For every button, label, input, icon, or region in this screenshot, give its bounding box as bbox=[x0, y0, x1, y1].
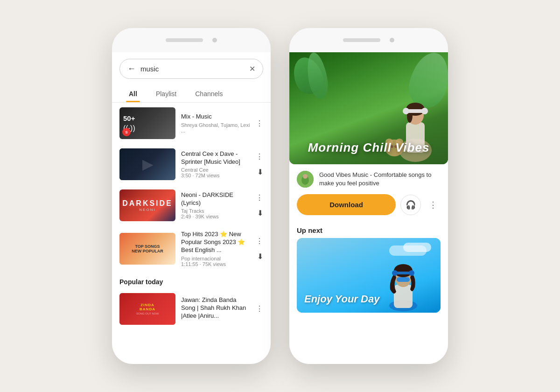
result-actions-mix: ⋮ bbox=[256, 119, 263, 128]
result-item-central[interactable]: ▶ Central Cee x Dave - Sprinter [Music V… bbox=[112, 144, 271, 185]
popular-today-label: Popular today bbox=[112, 272, 271, 288]
svg-point-19 bbox=[394, 264, 413, 277]
channel-row: Good Vibes Music - Comfortable songs to … bbox=[289, 164, 448, 194]
left-phone-top-bar bbox=[112, 28, 271, 52]
more-icon: ⋮ bbox=[429, 200, 437, 210]
download-button[interactable]: Download bbox=[297, 194, 396, 215]
svg-point-23 bbox=[392, 270, 398, 276]
result-item-zinda[interactable]: ZINDABANDA SONG OUT NOW Jawan: Zinda Ban… bbox=[112, 288, 271, 329]
right-phone-top-bar bbox=[289, 28, 448, 52]
next-track-title: Enjoy Your Day bbox=[304, 293, 379, 305]
result-sub-central: Central Cee bbox=[181, 167, 250, 173]
result-actions-tophits: ⋮ ⬇ bbox=[256, 237, 263, 261]
svg-point-6 bbox=[403, 108, 409, 114]
result-item-darkside[interactable]: DARKSIDE NEONI Neoni - DARKSIDE (Lyrics)… bbox=[112, 185, 271, 226]
tab-playlist[interactable]: Playlist bbox=[147, 85, 186, 102]
dots-icon-zinda[interactable]: ⋮ bbox=[256, 304, 263, 313]
result-actions-central: ⋮ ⬇ bbox=[256, 152, 263, 176]
back-icon[interactable]: ← bbox=[127, 64, 136, 74]
channel-avatar bbox=[297, 171, 314, 188]
headphone-icon: 🎧 bbox=[406, 200, 416, 210]
mix-count: 50+ bbox=[123, 114, 135, 122]
svg-point-7 bbox=[421, 108, 428, 114]
result-actions-zinda: ⋮ bbox=[256, 304, 263, 313]
right-phone-content: Morning Chill Vibes Good Vibes Music - C… bbox=[289, 52, 448, 364]
result-meta-darkside: 2:49 · 39K views bbox=[181, 214, 250, 219]
tab-channels[interactable]: Channels bbox=[186, 85, 232, 102]
result-sub-mix: Shreya Ghoshal, Tujamo, Lexi ... bbox=[181, 122, 250, 133]
result-title-zinda: Jawan: Zinda Banda Song | Shah Rukh Khan… bbox=[181, 296, 250, 320]
search-query[interactable]: music bbox=[140, 65, 245, 73]
thumb-darkside: DARKSIDE NEONI bbox=[119, 189, 175, 221]
clear-icon[interactable]: ✕ bbox=[249, 64, 255, 73]
left-phone: ← music ✕ All Playlist Channels 50+ ((·)… bbox=[112, 28, 271, 364]
download-icon-darkside[interactable]: ⬇ bbox=[257, 209, 263, 217]
svg-point-15 bbox=[303, 174, 308, 179]
result-title-darkside: Neoni - DARKSIDE (Lyrics) bbox=[181, 191, 250, 207]
mix-spinnin-icon: S bbox=[122, 128, 131, 136]
thumb-mix: 50+ ((·)) S bbox=[119, 107, 175, 139]
results-list: 50+ ((·)) S Mix - Music Shreya Ghoshal, … bbox=[112, 103, 271, 354]
thumb-tophits: TOP SONGSNEW POPULAR bbox=[119, 233, 175, 265]
result-info-central: Central Cee x Dave - Sprinter [Music Vid… bbox=[181, 150, 250, 179]
tabs-row: All Playlist Channels bbox=[112, 85, 271, 103]
right-phone-camera bbox=[390, 38, 394, 42]
result-info-darkside: Neoni - DARKSIDE (Lyrics) Taj Tracks 2:4… bbox=[181, 191, 250, 220]
result-item-tophits[interactable]: TOP SONGSNEW POPULAR Top Hits 2023 ⭐ New… bbox=[112, 226, 271, 272]
darkside-sub: NEONI bbox=[122, 208, 173, 212]
result-title-central: Central Cee x Dave - Sprinter [Music Vid… bbox=[181, 150, 250, 166]
channel-description: Good Vibes Music - Comfortable songs to … bbox=[319, 171, 441, 188]
result-info-tophits: Top Hits 2023 ⭐ New Popular Songs 2023 ⭐… bbox=[181, 231, 250, 267]
up-next-label: Up next bbox=[289, 222, 448, 238]
darkside-text: DARKSIDE NEONI bbox=[122, 199, 173, 212]
result-info-mix: Mix - Music Shreya Ghoshal, Tujamo, Lexi… bbox=[181, 113, 250, 133]
download-icon-central[interactable]: ⬇ bbox=[257, 168, 263, 176]
result-meta-central: 3:50 · 72M views bbox=[181, 173, 250, 178]
avatar-svg bbox=[297, 171, 314, 188]
result-sub-tophits: Pop internacional bbox=[181, 256, 250, 261]
left-phone-speaker bbox=[166, 38, 203, 42]
more-options-button[interactable]: ⋮ bbox=[426, 197, 441, 212]
result-item-mix[interactable]: 50+ ((·)) S Mix - Music Shreya Ghoshal, … bbox=[112, 103, 271, 144]
result-sub-darkside: Taj Tracks bbox=[181, 208, 250, 214]
hero-title: Morning Chill Vibes bbox=[289, 140, 448, 155]
player-content: Morning Chill Vibes Good Vibes Music - C… bbox=[289, 52, 448, 364]
result-meta-tophits: 1:11:55 · 75K views bbox=[181, 261, 250, 267]
thumb-central: ▶ bbox=[119, 148, 175, 180]
dots-icon-mix[interactable]: ⋮ bbox=[256, 119, 263, 128]
headphone-button[interactable]: 🎧 bbox=[400, 195, 421, 215]
svg-rect-20 bbox=[397, 277, 410, 282]
thumb-zinda: ZINDABANDA SONG OUT NOW bbox=[119, 293, 175, 325]
search-bar[interactable]: ← music ✕ bbox=[119, 59, 263, 79]
next-girl-svg bbox=[380, 247, 427, 313]
next-track-thumb[interactable]: Enjoy Your Day bbox=[297, 238, 441, 313]
right-phone-speaker bbox=[343, 38, 380, 42]
darkside-title: DARKSIDE bbox=[122, 199, 173, 208]
result-info-zinda: Jawan: Zinda Banda Song | Shah Rukh Khan… bbox=[181, 296, 250, 322]
right-phone: Morning Chill Vibes Good Vibes Music - C… bbox=[289, 28, 448, 364]
hero-image: Morning Chill Vibes bbox=[289, 52, 448, 164]
result-title-mix: Mix - Music bbox=[181, 113, 250, 121]
tab-all[interactable]: All bbox=[119, 85, 147, 102]
dots-icon-darkside[interactable]: ⋮ bbox=[256, 193, 263, 202]
svg-rect-17 bbox=[394, 285, 413, 308]
svg-point-24 bbox=[409, 270, 414, 276]
left-phone-content: ← music ✕ All Playlist Channels 50+ ((·)… bbox=[112, 52, 271, 364]
result-actions-darkside: ⋮ ⬇ bbox=[256, 193, 263, 217]
left-phone-camera bbox=[212, 38, 217, 42]
dots-icon-tophits[interactable]: ⋮ bbox=[256, 237, 263, 245]
result-title-tophits: Top Hits 2023 ⭐ New Popular Songs 2023 ⭐… bbox=[181, 231, 250, 254]
download-icon-tophits[interactable]: ⬇ bbox=[257, 252, 263, 261]
download-row: Download 🎧 ⋮ bbox=[289, 194, 448, 222]
dots-icon-central[interactable]: ⋮ bbox=[256, 152, 263, 161]
